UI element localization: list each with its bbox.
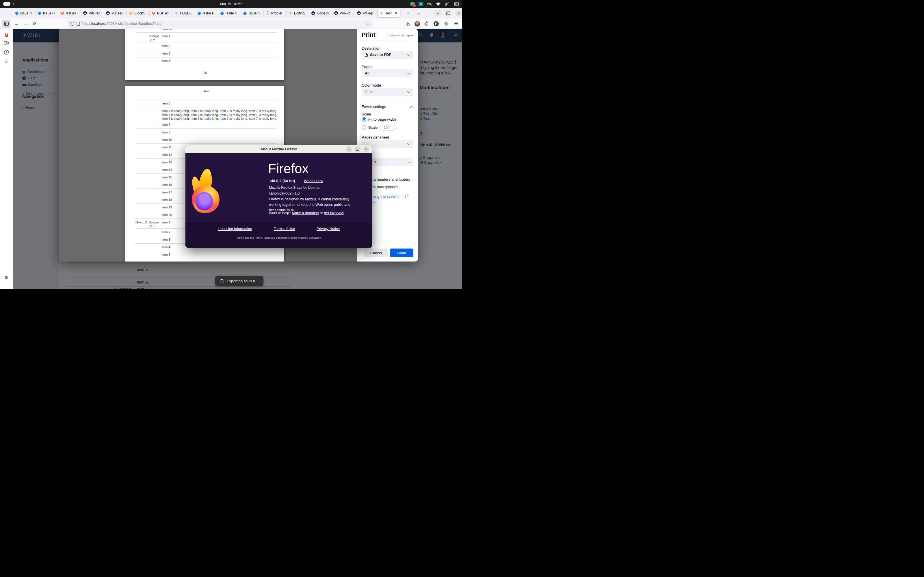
- tab-issue-n[interactable]: Issue N: [195, 8, 218, 18]
- tab-code-se[interactable]: Code se: [309, 8, 332, 18]
- tab-probler[interactable]: Probler: [264, 8, 286, 18]
- bookmarks-star-icon[interactable]: ☆: [3, 58, 10, 64]
- color-mode-select[interactable]: Color: [362, 88, 413, 96]
- github-favicon: [83, 11, 87, 15]
- tab-label: Pull rec: [89, 11, 102, 15]
- tab-fosde[interactable]: FOSDE: [173, 8, 195, 18]
- wifi-icon[interactable]: [436, 2, 441, 6]
- cell: [136, 44, 149, 50]
- privacy-link[interactable]: Privacy Notice: [317, 227, 340, 231]
- preview-table-row: Item 8: [136, 121, 277, 129]
- shield-icon[interactable]: [71, 22, 74, 26]
- volume-muted-icon[interactable]: [444, 2, 450, 6]
- pages-select[interactable]: All: [362, 69, 413, 77]
- cell: [136, 230, 149, 236]
- cell: [149, 102, 162, 107]
- extension-m-icon[interactable]: M: [3, 32, 10, 38]
- new-tab-button[interactable]: +: [405, 10, 411, 16]
- dialog-maximize-button[interactable]: [354, 146, 361, 152]
- cell: [136, 183, 149, 189]
- terms-link[interactable]: Terms of Use: [274, 227, 295, 231]
- donation-link[interactable]: Make a donation: [292, 211, 318, 215]
- extensions-puzzle-icon[interactable]: [423, 20, 430, 27]
- tab-manager-icon[interactable]: [3, 40, 10, 47]
- window-minimize-button[interactable]: –: [435, 10, 441, 16]
- tab-pull-rec[interactable]: Pull rec: [81, 8, 104, 18]
- mozilla-link[interactable]: Mozilla: [305, 197, 316, 201]
- page-info-icon[interactable]: [76, 22, 80, 26]
- number-stepper[interactable]: [393, 126, 395, 129]
- gitlab-favicon: [60, 11, 64, 15]
- reload-button[interactable]: ⟳: [31, 19, 39, 28]
- tab-pull-rec[interactable]: Pull rec: [104, 8, 127, 18]
- fit-to-page-radio[interactable]: Fit to page width: [362, 117, 396, 121]
- licensing-link[interactable]: Licensing Information: [218, 227, 252, 231]
- tab-xwiki-p[interactable]: xwiki-p: [332, 8, 355, 18]
- window-restore-button[interactable]: [445, 10, 451, 16]
- cell: [136, 109, 149, 121]
- cell: Item 8: [162, 123, 277, 129]
- chevron-down-icon: [407, 160, 410, 163]
- tab-editing[interactable]: Editing: [286, 8, 309, 18]
- tab-label: Editing: [294, 11, 307, 15]
- sidebar-toggle-button[interactable]: [2, 19, 10, 28]
- radio-icon: [362, 125, 366, 130]
- cell: [149, 44, 162, 50]
- xwiki-favicon: [289, 11, 292, 15]
- get-involved-link[interactable]: get involved!: [324, 211, 344, 215]
- system-clock[interactable]: Mar 19 10:52: [0, 0, 462, 8]
- window-close-button[interactable]: ✕: [455, 10, 462, 16]
- tab-test-[interactable]: Test.✕: [378, 9, 400, 17]
- cell: [136, 138, 149, 143]
- tab-label: xwiki-p: [340, 11, 353, 15]
- tab-xwiki-p[interactable]: xwiki-p: [355, 8, 378, 18]
- extension-icon[interactable]: [443, 20, 450, 27]
- destination-select[interactable]: Save to PDF: [362, 51, 413, 59]
- global-community-link[interactable]: global community: [321, 197, 349, 201]
- dialog-minimize-button[interactable]: –: [346, 146, 352, 152]
- battery-charging-icon[interactable]: [454, 2, 459, 6]
- cell: [149, 123, 162, 129]
- tab-label: Code se: [317, 11, 330, 15]
- radio-selected-icon: [362, 117, 366, 121]
- cell: [136, 190, 149, 196]
- dialog-close-button[interactable]: ✕: [363, 146, 370, 152]
- tab-close-icon[interactable]: ✕: [394, 11, 398, 15]
- cell: Item 1: [162, 34, 277, 42]
- url-bar[interactable]: http://localhost:9293/xwiki/bin/view/San…: [68, 19, 373, 28]
- url-text[interactable]: http://localhost:9293/xwiki/bin/view/San…: [82, 22, 363, 26]
- settings-gear-icon[interactable]: ⚙: [3, 274, 10, 280]
- scale-radio[interactable]: Scale 100: [362, 124, 397, 131]
- software-update-icon[interactable]: 3: [410, 2, 415, 6]
- info-favicon: [266, 11, 270, 15]
- jira-favicon: [37, 11, 41, 15]
- tab-issue-n[interactable]: Issue N: [36, 8, 58, 18]
- cell: Item 3: [162, 52, 277, 57]
- tab-blockn[interactable]: BlockN: [127, 8, 150, 18]
- cancel-button[interactable]: Cancel: [364, 248, 388, 257]
- bookmark-star-icon[interactable]: ☆: [366, 21, 370, 26]
- cell: [149, 145, 162, 151]
- trademark-text: Firefox and the Firefox logos are tradem…: [186, 236, 372, 239]
- scale-value-input[interactable]: 100: [380, 124, 397, 131]
- forward-button[interactable]: →: [22, 19, 30, 28]
- whats-new-link[interactable]: What’s new: [304, 179, 323, 183]
- tab-issues-[interactable]: Issues ·: [58, 8, 81, 18]
- save-button[interactable]: Save: [390, 248, 414, 257]
- downloads-button[interactable]: [404, 20, 411, 27]
- dialog-title-bar[interactable]: About Mozilla Firefox: [186, 145, 372, 153]
- menu-hamburger-icon[interactable]: ☰: [452, 20, 460, 27]
- snap-store-icon[interactable]: ✳: [418, 2, 423, 6]
- history-clock-icon[interactable]: [3, 49, 10, 55]
- profile-avatar[interactable]: [414, 20, 421, 27]
- tab-issue-n[interactable]: Issue N: [241, 8, 264, 18]
- fewer-settings-toggle[interactable]: Fewer settings: [362, 105, 413, 109]
- back-button[interactable]: ←: [13, 19, 21, 28]
- tab-pdf-ex[interactable]: PDF ex: [150, 8, 173, 18]
- tab-list-button[interactable]: [415, 10, 422, 16]
- page-indicator: 2/5: [125, 71, 284, 74]
- keyboard-layout-indicator[interactable]: en₂: [427, 2, 432, 6]
- extension-p-icon[interactable]: [432, 20, 440, 27]
- tab-issue-n[interactable]: Issue N: [218, 8, 241, 18]
- tab-issue-n[interactable]: Issue N: [13, 8, 36, 18]
